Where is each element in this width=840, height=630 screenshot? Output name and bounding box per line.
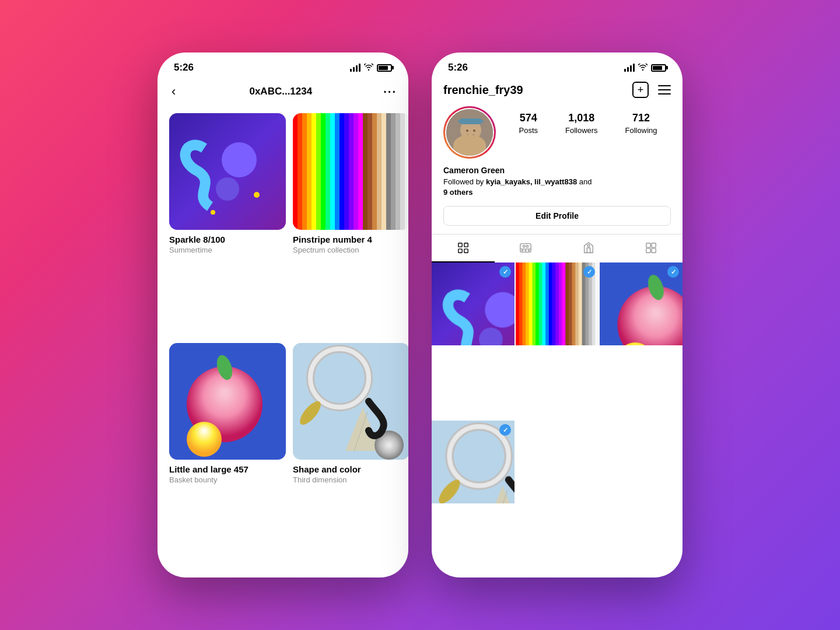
- svg-point-15: [522, 250, 523, 251]
- add-content-button[interactable]: +: [632, 82, 649, 98]
- signal-icon: [350, 64, 360, 72]
- ig-stat-followers[interactable]: 1,018 Followers: [565, 112, 598, 135]
- status-icons-left: [350, 64, 392, 72]
- svg-rect-18: [646, 243, 650, 247]
- ig-stat-following[interactable]: 712 Following: [625, 112, 657, 135]
- followed-by-users[interactable]: kyia_kayaks, lil_wyatt838: [486, 177, 577, 186]
- svg-rect-10: [459, 249, 462, 253]
- more-button[interactable]: ···: [383, 85, 397, 99]
- ig-followed-by: Followed by kyia_kayaks, lil_wyatt838 an…: [443, 177, 671, 198]
- ig-display-name: Cameron Green: [443, 166, 671, 175]
- ig-username: frenchie_fry39: [443, 83, 523, 97]
- wifi-icon-right: [638, 64, 648, 72]
- svg-rect-2: [456, 144, 486, 156]
- ig-tabs: [432, 234, 682, 262]
- ig-header: frenchie_fry39 +: [432, 78, 682, 104]
- battery-icon-right: [651, 64, 666, 72]
- ig-followers-label: Followers: [565, 126, 598, 135]
- followed-by-prefix: Followed by: [443, 177, 486, 186]
- ig-header-icons: +: [632, 82, 671, 98]
- svg-point-7: [473, 130, 475, 132]
- svg-rect-11: [464, 249, 468, 253]
- nav-title: 0xABC...1234: [249, 86, 312, 97]
- ig-grid-item-2[interactable]: [516, 262, 598, 345]
- battery-icon: [377, 64, 392, 72]
- svg-rect-5: [460, 118, 481, 124]
- ig-bio-section: Cameron Green Followed by kyia_kayaks, l…: [432, 166, 682, 206]
- nft-collection-shape-color: Third dimension: [293, 475, 408, 484]
- nft-image-pinstripe: [293, 113, 408, 230]
- nft-name-sparkle: Sparkle 8/100: [169, 235, 286, 244]
- signal-icon-right: [624, 64, 635, 72]
- svg-rect-21: [652, 249, 656, 253]
- ig-followers-count: 1,018: [568, 112, 594, 125]
- nft-card-shape-color[interactable]: Shape and color Third dimension: [293, 343, 408, 566]
- status-bar-right: 5:26: [432, 52, 682, 78]
- avatar[interactable]: [443, 106, 496, 159]
- status-icons-right: [624, 64, 666, 72]
- nft-name-pinstripe: Pinstripe number 4: [293, 235, 408, 244]
- nft-card-little-large[interactable]: Little and large 457 Basket bounty: [169, 343, 286, 566]
- nft-image-shape-color: [293, 343, 408, 460]
- nft-name-shape-color: Shape and color: [293, 464, 408, 474]
- ig-posts-label: Posts: [519, 126, 538, 135]
- avatar-photo: [446, 109, 493, 156]
- tab-collab[interactable]: [620, 235, 683, 262]
- ig-stat-posts[interactable]: 574 Posts: [519, 112, 538, 135]
- nft-collection-sparkle: Summertime: [169, 246, 286, 254]
- svg-point-16: [525, 250, 526, 251]
- ig-grid: [432, 262, 682, 578]
- ig-grid-item-4[interactable]: [432, 421, 514, 503]
- nft-card-pinstripe[interactable]: Pinstripe number 4 Spectrum collection: [293, 113, 408, 336]
- ig-profile-section: 574 Posts 1,018 Followers 712 Following: [432, 104, 682, 166]
- svg-point-1: [456, 141, 486, 156]
- svg-point-17: [528, 250, 530, 251]
- nft-name-little-large: Little and large 457: [169, 464, 286, 474]
- ig-grid-item-3[interactable]: [600, 262, 682, 345]
- followed-by-and: and: [577, 177, 592, 186]
- left-phone: 5:26 ‹ 0xABC...1234 ···: [158, 52, 408, 578]
- nft-grid: Sparkle 8/100 Summertime Pinstripe numbe…: [158, 108, 408, 578]
- svg-rect-8: [459, 243, 462, 247]
- ig-following-count: 712: [632, 112, 650, 125]
- svg-point-14: [526, 246, 528, 248]
- svg-rect-9: [464, 243, 468, 247]
- svg-point-13: [523, 246, 526, 248]
- svg-rect-20: [646, 249, 650, 253]
- nav-bar: ‹ 0xABC...1234 ···: [158, 78, 408, 108]
- wifi-icon: [364, 64, 373, 72]
- nft-collection-pinstripe: Spectrum collection: [293, 246, 408, 254]
- status-time-right: 5:26: [448, 62, 468, 74]
- ig-following-label: Following: [625, 126, 657, 135]
- ig-grid-item-1[interactable]: [432, 262, 514, 345]
- menu-button[interactable]: [658, 85, 671, 94]
- edit-profile-button[interactable]: Edit Profile: [443, 206, 671, 226]
- followed-by-others[interactable]: 9 others: [443, 188, 473, 197]
- right-phone: 5:26 frenchie_fry39 +: [432, 52, 682, 578]
- svg-point-6: [466, 130, 468, 132]
- back-button[interactable]: ‹: [169, 82, 178, 102]
- nft-card-sparkle[interactable]: Sparkle 8/100 Summertime: [169, 113, 286, 336]
- tab-grid[interactable]: [432, 235, 495, 262]
- status-bar-left: 5:26: [158, 52, 408, 78]
- tab-tagged[interactable]: [557, 235, 620, 262]
- ig-posts-count: 574: [520, 112, 537, 125]
- nft-image-little-large: [169, 343, 286, 460]
- ig-stats: 574 Posts 1,018 Followers 712 Following: [505, 106, 671, 135]
- nft-image-sparkle: [169, 113, 286, 230]
- status-time-left: 5:26: [174, 62, 194, 74]
- nft-collection-little-large: Basket bounty: [169, 475, 286, 484]
- svg-rect-19: [652, 243, 656, 247]
- tab-reels[interactable]: [495, 235, 558, 262]
